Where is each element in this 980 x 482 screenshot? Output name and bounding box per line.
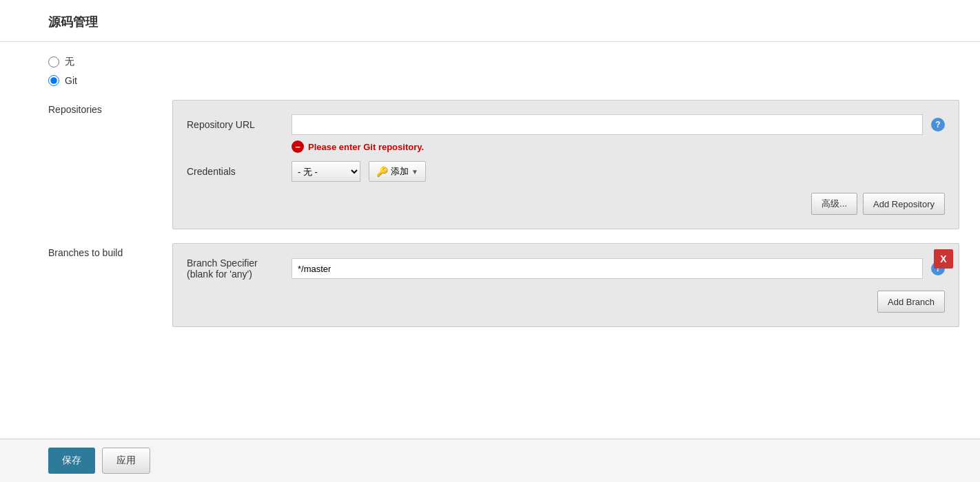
branches-actions: Add Branch xyxy=(187,291,945,313)
advanced-button[interactable]: 高级... xyxy=(811,193,857,215)
branches-section: Branches to build X Branch Specifier (bl… xyxy=(48,243,959,327)
page-container: 源码管理 无 Git Repositories Repository URL ? xyxy=(0,0,980,482)
key-icon: 🔑 xyxy=(376,166,388,177)
radio-none-input[interactable] xyxy=(48,56,59,67)
radio-git-label: Git xyxy=(65,75,77,86)
radio-none[interactable]: 无 xyxy=(48,56,959,68)
add-credentials-button[interactable]: 🔑 添加 ▼ xyxy=(369,161,426,182)
bottom-bar: 保存 应用 xyxy=(0,439,980,482)
repository-url-label: Repository URL xyxy=(187,119,283,130)
branch-specifier-row: Branch Specifier (blank for 'any') ? xyxy=(187,258,945,280)
repository-url-row: Repository URL ? xyxy=(187,114,945,135)
credentials-controls: - 无 - 🔑 添加 ▼ xyxy=(292,161,426,182)
page-title: 源码管理 xyxy=(0,0,980,42)
radio-git-input[interactable] xyxy=(48,75,59,86)
repository-url-help-icon[interactable]: ? xyxy=(931,118,945,132)
dropdown-arrow-icon: ▼ xyxy=(411,168,418,176)
credentials-label: Credentials xyxy=(187,166,283,177)
main-content: 无 Git Repositories Repository URL ? − xyxy=(0,42,980,455)
apply-button[interactable]: 应用 xyxy=(102,448,150,474)
error-row: − Please enter Git repository. xyxy=(292,140,945,153)
add-credentials-label: 添加 xyxy=(391,165,409,178)
branch-specifier-input[interactable] xyxy=(292,258,923,279)
repositories-label: Repositories xyxy=(48,100,159,229)
radio-none-label: 无 xyxy=(65,56,74,68)
radio-git[interactable]: Git xyxy=(48,75,959,86)
add-repository-button[interactable]: Add Repository xyxy=(863,193,945,215)
repositories-content: Repository URL ? − Please enter Git repo… xyxy=(172,100,959,229)
repositories-actions: 高级... Add Repository xyxy=(187,193,945,215)
credentials-row: Credentials - 无 - 🔑 添加 ▼ xyxy=(187,161,945,182)
branch-specifier-label: Branch Specifier (blank for 'any') xyxy=(187,258,283,280)
error-text: Please enter Git repository. xyxy=(308,142,424,152)
branches-content: X Branch Specifier (blank for 'any') ? A… xyxy=(172,243,959,327)
branches-label: Branches to build xyxy=(48,243,159,327)
save-button[interactable]: 保存 xyxy=(48,448,95,474)
delete-branch-button[interactable]: X xyxy=(934,249,953,269)
radio-group: 无 Git xyxy=(48,56,959,86)
error-icon: − xyxy=(292,140,304,153)
repository-url-input[interactable] xyxy=(292,114,923,135)
add-branch-button[interactable]: Add Branch xyxy=(877,291,945,313)
repositories-section: Repositories Repository URL ? − Please e… xyxy=(48,100,959,229)
credentials-dropdown[interactable]: - 无 - xyxy=(292,161,360,182)
